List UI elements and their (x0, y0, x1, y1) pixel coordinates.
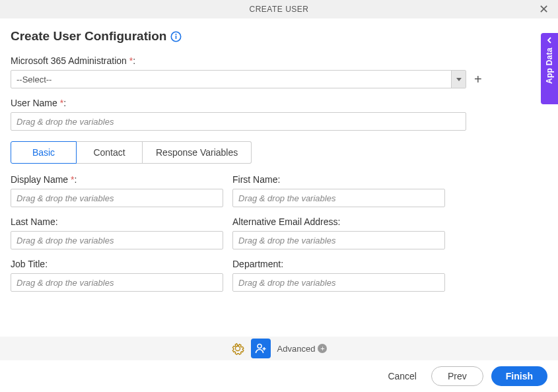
alt-email-field: Alternative Email Address: (232, 216, 445, 249)
footer: Cancel Prev Finish (0, 360, 558, 392)
plus-icon: + (474, 72, 482, 86)
close-button[interactable]: ✕ (535, 1, 553, 18)
username-field: User Name *: (11, 98, 547, 131)
chevron-down-icon[interactable] (451, 71, 466, 88)
chevron-left-icon (546, 37, 553, 44)
job-title-input[interactable] (11, 273, 223, 292)
admin-field: Microsoft 365 Administration *: + (11, 55, 547, 88)
close-icon: ✕ (539, 3, 549, 16)
first-name-field: First Name: (232, 174, 445, 207)
settings-button[interactable] (231, 342, 244, 355)
header-bar: CREATE USER ✕ (0, 0, 558, 18)
tab-contact[interactable]: Contact (77, 141, 143, 164)
display-name-input[interactable] (11, 189, 223, 207)
job-title-label: Job Title: (11, 259, 223, 269)
first-name-label: First Name: (232, 174, 445, 185)
last-name-input[interactable] (11, 231, 223, 249)
job-title-field: Job Title: (11, 259, 223, 292)
page-title: Create User Configuration (11, 29, 166, 44)
admin-select-input[interactable] (11, 71, 451, 88)
last-name-label: Last Name: (11, 216, 223, 227)
page-title-row: Create User Configuration (11, 29, 547, 44)
display-name-label: Display Name *: (11, 174, 223, 185)
plus-circle-icon: + (318, 344, 327, 353)
advanced-label: Advanced (277, 344, 316, 354)
admin-select-row: + (11, 70, 547, 88)
gear-icon (231, 342, 244, 355)
tab-basic[interactable]: Basic (11, 141, 77, 164)
prev-button[interactable]: Prev (431, 366, 483, 386)
content-area: Create User Configuration Microsoft 365 … (0, 18, 558, 302)
display-name-field: Display Name *: (11, 174, 223, 207)
header-title: CREATE USER (250, 5, 309, 14)
add-user-button[interactable] (251, 339, 271, 358)
bottom-toolbar: Advanced + (0, 337, 558, 360)
info-icon[interactable] (170, 31, 182, 42)
cancel-button[interactable]: Cancel (381, 367, 423, 385)
advanced-toggle[interactable]: Advanced + (277, 344, 328, 354)
last-name-field: Last Name: (11, 216, 223, 249)
tab-response-variables[interactable]: Response Variables (143, 141, 252, 164)
department-input[interactable] (232, 273, 445, 292)
svg-point-3 (258, 344, 262, 348)
svg-point-1 (176, 33, 177, 34)
username-label: User Name *: (11, 98, 547, 108)
alt-email-label: Alternative Email Address: (232, 216, 445, 227)
svg-rect-2 (176, 36, 177, 39)
form-grid: Display Name *: First Name: Last Name: A… (11, 174, 547, 292)
tab-bar: Basic Contact Response Variables (11, 141, 547, 164)
department-label: Department: (232, 259, 445, 269)
admin-label: Microsoft 365 Administration *: (11, 55, 547, 66)
app-data-panel-toggle[interactable]: App Data (541, 33, 558, 104)
first-name-input[interactable] (232, 189, 445, 207)
username-input[interactable] (11, 112, 466, 131)
app-data-label: App Data (545, 48, 554, 84)
alt-email-input[interactable] (232, 231, 445, 249)
finish-button[interactable]: Finish (491, 366, 547, 386)
user-plus-icon (254, 342, 267, 355)
admin-select[interactable] (11, 70, 466, 88)
add-admin-button[interactable]: + (471, 72, 485, 87)
department-field: Department: (232, 259, 445, 292)
